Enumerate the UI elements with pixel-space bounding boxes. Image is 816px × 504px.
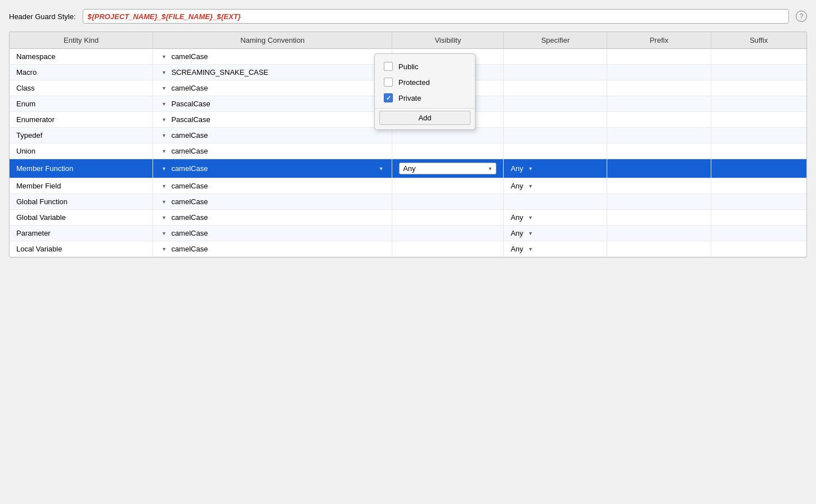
naming-cell-enumerator: ▼PascalCase [153, 112, 392, 128]
specifier-selector-parameter[interactable]: Any▼ [510, 229, 600, 237]
table-row[interactable]: Global Function▼camelCase [10, 194, 806, 210]
col-header-specifier: Specifier [504, 32, 607, 49]
naming-arrow2-member-function[interactable]: ▼ [377, 165, 385, 173]
naming-text-class: camelCase [171, 84, 208, 92]
naming-cell-enum: ▼PascalCase [153, 96, 392, 112]
specifier-arrow-member-field[interactable]: ▼ [527, 182, 535, 190]
naming-arrow-enumerator[interactable]: ▼ [160, 116, 168, 124]
specifier-cell-member-function[interactable]: Any▼ [504, 159, 607, 178]
protected-checkbox[interactable] [384, 78, 393, 87]
table-row[interactable]: Global Variable▼camelCaseAny▼ [10, 210, 806, 226]
specifier-cell-member-field[interactable]: Any▼ [504, 178, 607, 194]
naming-arrow-macro[interactable]: ▼ [160, 69, 168, 76]
visibility-cell-union[interactable] [392, 143, 504, 159]
specifier-selector-global-variable[interactable]: Any▼ [510, 213, 600, 222]
naming-cell-typedef: ▼camelCase [153, 128, 392, 143]
naming-cell-parameter: ▼camelCase [153, 226, 392, 241]
specifier-cell-global-variable[interactable]: Any▼ [504, 210, 607, 226]
col-header-suffix: Suffix [711, 32, 806, 49]
naming-arrow-member-function[interactable]: ▼ [160, 165, 168, 173]
page-container: Header Guard Style: ? Entity Kind Naming… [0, 0, 816, 504]
specifier-cell-union[interactable] [504, 143, 607, 159]
naming-arrow-parameter[interactable]: ▼ [160, 230, 168, 237]
prefix-cell-local-variable [607, 241, 711, 257]
specifier-text-member-function: Any [510, 164, 523, 173]
popup-item-protected[interactable]: Protected [375, 74, 475, 90]
specifier-cell-enum[interactable] [504, 96, 607, 112]
specifier-cell-macro[interactable] [504, 65, 607, 80]
naming-cell-member-function: ▼camelCase▼ [153, 159, 392, 178]
naming-text-union: camelCase [171, 147, 208, 155]
naming-arrow-typedef[interactable]: ▼ [160, 132, 168, 140]
table-row[interactable]: Member Field▼camelCaseAny▼ [10, 178, 806, 194]
visibility-cell-global-function[interactable] [392, 194, 504, 210]
naming-cell-global-function: ▼camelCase [153, 194, 392, 210]
help-icon[interactable]: ? [796, 11, 807, 22]
specifier-arrow-parameter[interactable]: ▼ [527, 230, 535, 237]
private-label: Private [398, 94, 421, 102]
specifier-arrow-member-function[interactable]: ▼ [527, 165, 535, 173]
specifier-text-member-field: Any [510, 182, 523, 190]
public-checkbox[interactable] [384, 62, 393, 71]
entity-cell-union: Union [10, 143, 153, 159]
visibility-cell-global-variable[interactable] [392, 210, 504, 226]
naming-arrow-class[interactable]: ▼ [160, 84, 168, 92]
naming-cell-global-variable: ▼camelCase [153, 210, 392, 226]
popup-item-private[interactable]: Private [375, 90, 475, 106]
suffix-cell-macro [711, 65, 806, 80]
prefix-cell-member-function [607, 159, 711, 178]
table-row[interactable]: Local Variable▼camelCaseAny▼ [10, 241, 806, 257]
naming-cell-member-field: ▼camelCase [153, 178, 392, 194]
naming-arrow-namespace[interactable]: ▼ [160, 53, 168, 61]
specifier-cell-typedef[interactable] [504, 128, 607, 143]
col-header-entity: Entity Kind [10, 32, 153, 49]
specifier-cell-parameter[interactable]: Any▼ [504, 226, 607, 241]
visibility-cell-member-field[interactable] [392, 178, 504, 194]
specifier-cell-global-function[interactable] [504, 194, 607, 210]
popup-item-public[interactable]: Public [375, 58, 475, 74]
naming-text-macro: SCREAMING_SNAKE_CASE [171, 68, 268, 76]
naming-arrow-enum[interactable]: ▼ [160, 100, 168, 108]
visibility-selector-member-function[interactable]: Any▼ [399, 163, 496, 174]
visibility-cell-local-variable[interactable] [392, 241, 504, 257]
specifier-cell-enumerator[interactable] [504, 112, 607, 128]
table-row[interactable]: Member Function▼camelCase▼Any▼Any▼ [10, 159, 806, 178]
entity-cell-class: Class [10, 80, 153, 96]
specifier-text-local-variable: Any [510, 245, 523, 253]
table-row[interactable]: Parameter▼camelCaseAny▼ [10, 226, 806, 241]
visibility-arrow-member-function[interactable]: ▼ [487, 166, 492, 172]
suffix-cell-parameter [711, 226, 806, 241]
visibility-cell-parameter[interactable] [392, 226, 504, 241]
private-checkbox[interactable] [384, 93, 393, 102]
suffix-cell-local-variable [711, 241, 806, 257]
naming-arrow-member-field[interactable]: ▼ [160, 182, 168, 190]
specifier-text-global-variable: Any [510, 213, 523, 222]
specifier-selector-local-variable[interactable]: Any▼ [510, 245, 600, 253]
specifier-arrow-global-variable[interactable]: ▼ [527, 214, 535, 222]
table-header-row: Entity Kind Naming Convention Visibility… [10, 32, 806, 49]
naming-text-namespace: camelCase [171, 52, 208, 61]
specifier-cell-local-variable[interactable]: Any▼ [504, 241, 607, 257]
prefix-cell-global-variable [607, 210, 711, 226]
entity-cell-typedef: Typedef [10, 128, 153, 143]
suffix-cell-global-variable [711, 210, 806, 226]
naming-arrow-union[interactable]: ▼ [160, 147, 168, 155]
entity-cell-global-function: Global Function [10, 194, 153, 210]
specifier-arrow-local-variable[interactable]: ▼ [527, 245, 535, 253]
naming-arrow-global-function[interactable]: ▼ [160, 198, 168, 206]
naming-arrow-local-variable[interactable]: ▼ [160, 245, 168, 253]
table-row[interactable]: Union▼camelCase [10, 143, 806, 159]
naming-arrow-global-variable[interactable]: ▼ [160, 214, 168, 222]
specifier-selector-member-function[interactable]: Any▼ [510, 164, 600, 173]
header-guard-input[interactable] [83, 9, 789, 24]
visibility-cell-member-function[interactable]: Any▼ [392, 159, 504, 178]
suffix-cell-member-function [711, 159, 806, 178]
suffix-cell-union [711, 143, 806, 159]
specifier-cell-class[interactable] [504, 80, 607, 96]
table-wrapper: Entity Kind Naming Convention Visibility… [9, 32, 807, 258]
naming-cell-macro: ▼SCREAMING_SNAKE_CASE [153, 65, 392, 80]
entity-cell-enum: Enum [10, 96, 153, 112]
specifier-cell-namespace[interactable] [504, 49, 607, 65]
popup-add-button[interactable]: Add [379, 111, 470, 125]
specifier-selector-member-field[interactable]: Any▼ [510, 182, 600, 190]
